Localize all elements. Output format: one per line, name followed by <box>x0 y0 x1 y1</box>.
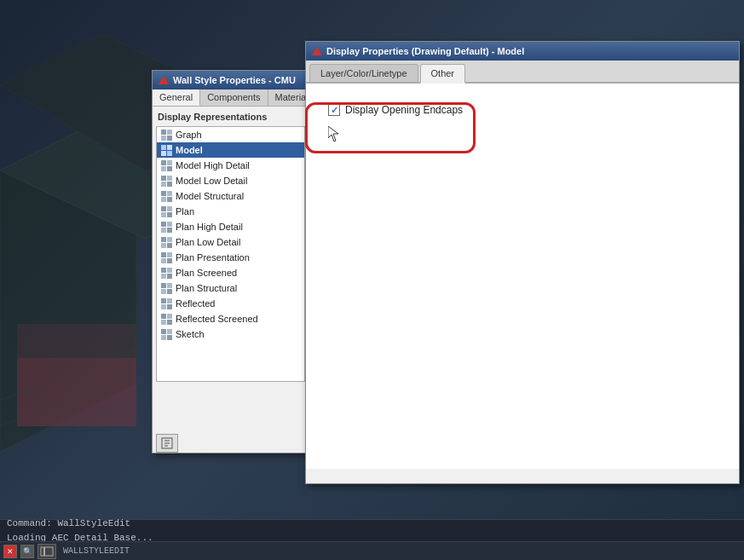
list-item-label: Reflected Screened <box>176 314 258 324</box>
svg-rect-60 <box>161 329 166 334</box>
svg-rect-43 <box>167 258 172 263</box>
status-bar: Command: WallStyleEdit Loading AEC Detai… <box>0 519 744 560</box>
svg-rect-3 <box>17 358 136 426</box>
list-item[interactable]: Model High Detail <box>157 158 304 173</box>
list-item-icon <box>160 251 172 263</box>
list-item[interactable]: Sketch <box>157 326 304 342</box>
svg-rect-20 <box>161 176 166 181</box>
svg-rect-18 <box>161 166 166 171</box>
disp-rep-label: Display Representations <box>156 110 305 124</box>
list-item-icon <box>160 313 172 325</box>
list-item[interactable]: Plan Screened <box>157 265 304 280</box>
svg-rect-34 <box>161 228 166 233</box>
wall-style-icon <box>40 546 54 557</box>
svg-rect-17 <box>167 160 172 165</box>
svg-rect-44 <box>161 268 166 273</box>
list-item-icon <box>160 236 172 248</box>
wall-style-title: Wall Style Properties - CMU <box>173 75 296 85</box>
list-item-icon <box>160 205 172 217</box>
list-item[interactable]: Model Low Detail <box>157 173 304 188</box>
list-item[interactable]: Reflected Screened <box>157 311 304 326</box>
svg-rect-40 <box>161 252 166 257</box>
checkbox-area: ✓ Display Opening Endcaps <box>320 97 725 123</box>
svg-rect-37 <box>167 237 172 242</box>
disp-rep-list[interactable]: GraphModelModel High DetailModel Low Det… <box>156 126 305 382</box>
svg-rect-23 <box>167 182 172 187</box>
display-opening-endcaps-checkbox[interactable]: ✓ <box>328 104 340 116</box>
list-item-label: Graph <box>176 130 202 140</box>
dp-title: Display Properties (Drawing Default) - M… <box>326 46 524 56</box>
list-item[interactable]: Reflected <box>157 296 304 311</box>
svg-rect-32 <box>161 222 166 227</box>
list-item[interactable]: Plan Presentation <box>157 250 304 265</box>
svg-rect-63 <box>167 335 172 340</box>
svg-rect-47 <box>167 274 172 279</box>
svg-rect-38 <box>161 243 166 248</box>
svg-rect-9 <box>167 130 172 135</box>
list-item-icon <box>160 221 172 233</box>
wall-style-tabs: General Components Materials <box>153 89 309 107</box>
svg-rect-55 <box>167 304 172 309</box>
svg-rect-42 <box>161 258 166 263</box>
tab-general[interactable]: General <box>153 89 200 106</box>
svg-rect-39 <box>167 243 172 248</box>
list-item-label: Model High Detail <box>176 160 250 170</box>
tab-components[interactable]: Components <box>200 89 268 106</box>
edit-button[interactable] <box>156 434 178 453</box>
svg-rect-56 <box>161 314 166 319</box>
svg-rect-21 <box>167 176 172 181</box>
svg-rect-69 <box>41 547 53 556</box>
list-item[interactable]: Graph <box>157 127 304 142</box>
dp-tabs: Layer/Color/Linetype Other <box>306 61 739 84</box>
list-item-label: Sketch <box>176 329 205 339</box>
svg-rect-36 <box>161 237 166 242</box>
list-item[interactable]: Model <box>157 142 304 158</box>
svg-rect-16 <box>161 160 166 165</box>
svg-rect-26 <box>161 197 166 202</box>
wall-style-titlebar: Wall Style Properties - CMU <box>153 71 309 89</box>
tab-layer-color-linetype[interactable]: Layer/Color/Linetype <box>309 64 418 82</box>
list-item-icon <box>160 144 172 156</box>
list-item-icon <box>160 129 172 141</box>
svg-rect-4 <box>17 324 136 358</box>
dp-triangle-icon <box>312 47 322 55</box>
list-item[interactable]: Plan Structural <box>157 280 304 296</box>
list-item-icon <box>160 328 172 340</box>
svg-rect-41 <box>167 252 172 257</box>
list-item-label: Plan <box>176 206 194 216</box>
svg-rect-62 <box>161 335 166 340</box>
list-item-label: Reflected <box>176 298 215 309</box>
svg-rect-50 <box>161 289 166 294</box>
triangle-icon <box>159 76 169 84</box>
svg-rect-11 <box>167 136 172 141</box>
list-item-label: Model Structural <box>176 191 244 201</box>
list-item[interactable]: Plan Low Detail <box>157 234 304 250</box>
list-item-icon <box>160 159 172 171</box>
app-icon <box>158 74 170 86</box>
status-bar-command: WALLSTYLEEDIT <box>63 546 130 556</box>
svg-rect-45 <box>167 268 172 273</box>
tab-other[interactable]: Other <box>420 64 466 84</box>
search-icon[interactable]: 🔍 <box>20 545 34 558</box>
svg-rect-54 <box>161 304 166 309</box>
list-item-icon <box>160 175 172 187</box>
list-item-label: Plan Structural <box>176 283 237 293</box>
style-icon[interactable] <box>37 544 56 559</box>
dp-app-icon <box>311 45 323 57</box>
list-item[interactable]: Model Structural <box>157 188 304 204</box>
checkmark: ✓ <box>331 105 338 116</box>
svg-rect-46 <box>161 274 166 279</box>
display-opening-endcaps-wrapper: ✓ Display Opening Endcaps <box>328 104 463 116</box>
list-item-label: Plan Screened <box>176 268 237 278</box>
svg-rect-24 <box>161 191 166 196</box>
svg-rect-27 <box>167 197 172 202</box>
list-item[interactable]: Plan <box>157 204 304 219</box>
edit-icon <box>161 437 173 449</box>
list-item[interactable]: Plan High Detail <box>157 219 304 234</box>
svg-rect-10 <box>161 136 166 141</box>
close-icon[interactable]: ✕ <box>3 545 17 558</box>
wall-style-dialog: Wall Style Properties - CMU General Comp… <box>152 70 309 453</box>
svg-rect-53 <box>167 298 172 303</box>
svg-rect-52 <box>161 298 166 303</box>
svg-rect-57 <box>167 314 172 319</box>
